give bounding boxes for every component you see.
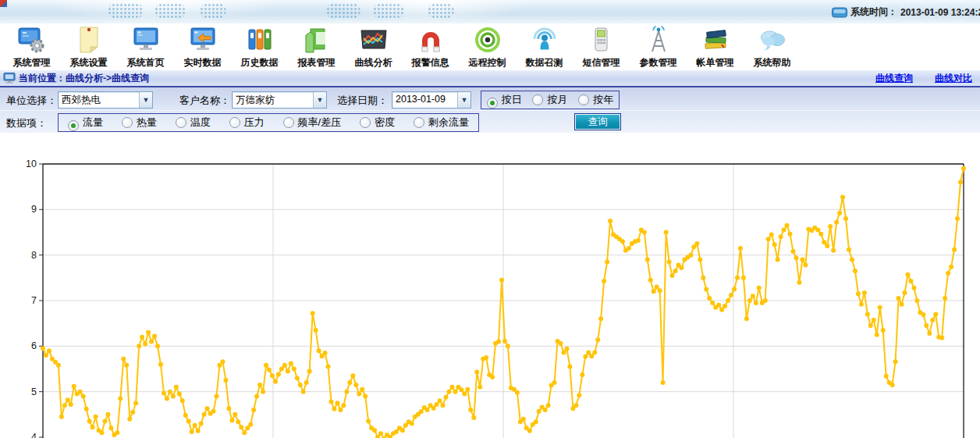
toolbar-item-3[interactable]: 实时数据 bbox=[174, 23, 231, 69]
customer-select-label: 客户名称： bbox=[179, 94, 230, 108]
toolbar-item-9[interactable]: 数据召测 bbox=[516, 23, 573, 69]
data-option-5[interactable]: 密度 bbox=[360, 116, 395, 130]
data-radio-icon-0[interactable] bbox=[68, 120, 79, 131]
realtime-data-icon bbox=[187, 24, 218, 55]
unit-select[interactable]: 西郊热电 ▼ bbox=[58, 91, 153, 109]
data-radio-icon-3[interactable] bbox=[229, 117, 240, 128]
system-time: 系统时间：2013-01-09 13:24:2 bbox=[832, 5, 980, 19]
breadcrumb-path: 曲线分析->曲线查询 bbox=[66, 73, 149, 84]
breadcrumb-link-0[interactable]: 曲线查询 bbox=[875, 72, 913, 85]
decor-speckle bbox=[326, 3, 360, 19]
system-manage-icon bbox=[16, 24, 48, 55]
period-option-1[interactable]: 按月 bbox=[532, 93, 567, 107]
clock-icon bbox=[832, 7, 847, 18]
toolbar-item-label: 实时数据 bbox=[184, 56, 222, 69]
toolbar-item-label: 参数管理 bbox=[640, 56, 677, 69]
decor-speckle bbox=[428, 3, 454, 19]
toolbar-item-5[interactable]: 报表管理 bbox=[288, 23, 345, 69]
data-option-3[interactable]: 压力 bbox=[229, 116, 265, 130]
history-data-icon bbox=[244, 24, 275, 55]
dropdown-arrow-icon[interactable]: ▼ bbox=[139, 92, 152, 108]
filter-row-2: 数据项： 流量热量温度压力频率/差压密度剩余流量 查询 bbox=[0, 110, 980, 133]
toolbar-item-label: 帐单管理 bbox=[697, 56, 734, 69]
date-select[interactable]: 2013-01-09 ▼ bbox=[392, 91, 471, 109]
data-option-label: 压力 bbox=[244, 116, 265, 130]
date-select-label: 选择日期： bbox=[337, 94, 388, 108]
period-radio-icon-1[interactable] bbox=[532, 94, 543, 105]
toolbar-item-13[interactable]: 系统帮助 bbox=[744, 23, 801, 69]
period-radio-icon-0[interactable] bbox=[487, 98, 498, 109]
data-item-label: 数据项： bbox=[6, 116, 47, 130]
toolbar-item-11[interactable]: 参数管理 bbox=[630, 23, 687, 69]
filter-panel: 单位选择： 西郊热电 ▼ 客户名称： 万德家纺 ▼ 选择日期： 2013-01-… bbox=[0, 87, 980, 133]
decor-speckle bbox=[154, 3, 186, 19]
decorative-top-banner: 系统时间：2013-01-09 13:24:2 bbox=[0, 0, 980, 23]
data-option-0[interactable]: 流量 bbox=[68, 116, 103, 130]
period-option-0[interactable]: 按日 bbox=[487, 93, 522, 107]
toolbar-item-1[interactable]: 系统设置 bbox=[60, 23, 117, 69]
query-button[interactable]: 查询 bbox=[574, 113, 621, 130]
customer-select-value: 万德家纺 bbox=[233, 92, 313, 108]
data-option-2[interactable]: 温度 bbox=[176, 116, 211, 130]
unit-select-value: 西郊热电 bbox=[59, 92, 139, 108]
curve-analysis-icon bbox=[358, 24, 389, 55]
toolbar-item-label: 数据召测 bbox=[526, 56, 563, 69]
toolbar-item-0[interactable]: 系统管理 bbox=[3, 23, 60, 69]
toolbar-item-12[interactable]: 帐单管理 bbox=[687, 23, 744, 69]
main-toolbar: 系统管理系统设置系统首页实时数据历史数据报表管理曲线分析报警信息远程控制数据召测… bbox=[3, 23, 978, 70]
svg-text:8: 8 bbox=[31, 250, 37, 261]
toolbar-item-label: 系统设置 bbox=[70, 56, 108, 69]
decor-speckle bbox=[200, 3, 226, 19]
period-option-label: 按年 bbox=[593, 93, 613, 107]
toolbar-item-4[interactable]: 历史数据 bbox=[231, 23, 288, 69]
curve-chart: 45678910 bbox=[0, 144, 980, 438]
period-radio-group: 按日按月按年 bbox=[481, 91, 620, 109]
data-radio-icon-1[interactable] bbox=[122, 117, 133, 128]
system-time-label: 系统时间： bbox=[850, 5, 897, 19]
toolbar-item-label: 曲线分析 bbox=[355, 56, 392, 69]
svg-text:5: 5 bbox=[31, 386, 37, 397]
svg-text:10: 10 bbox=[26, 158, 37, 169]
remote-control-icon bbox=[472, 24, 503, 55]
toolbar-item-7[interactable]: 报警信息 bbox=[402, 23, 459, 69]
data-option-label: 流量 bbox=[83, 116, 103, 130]
breadcrumb-bar: 当前位置：曲线分析->曲线查询 曲线查询曲线对比 bbox=[0, 70, 980, 87]
billing-manage-icon bbox=[700, 24, 731, 55]
data-option-label: 热量 bbox=[137, 116, 157, 130]
svg-text:6: 6 bbox=[31, 340, 37, 351]
data-radio-icon-4[interactable] bbox=[283, 117, 294, 128]
toolbar-item-label: 短信管理 bbox=[583, 56, 620, 69]
dropdown-arrow-icon[interactable]: ▼ bbox=[313, 92, 326, 108]
system-time-value: 2013-01-09 13:24:2 bbox=[900, 7, 980, 18]
data-option-6[interactable]: 剩余流量 bbox=[414, 116, 469, 130]
dropdown-arrow-icon[interactable]: ▼ bbox=[457, 92, 470, 108]
param-manage-icon bbox=[643, 24, 674, 55]
sms-manage-icon bbox=[586, 24, 617, 55]
toolbar-item-6[interactable]: 曲线分析 bbox=[345, 23, 402, 69]
toolbar-item-10[interactable]: 短信管理 bbox=[573, 23, 630, 69]
svg-text:7: 7 bbox=[31, 295, 37, 306]
breadcrumb-links: 曲线查询曲线对比 bbox=[875, 72, 972, 85]
unit-select-label: 单位选择： bbox=[6, 94, 57, 108]
customer-select[interactable]: 万德家纺 ▼ bbox=[232, 91, 327, 109]
data-option-4[interactable]: 频率/差压 bbox=[283, 116, 342, 130]
period-radio-icon-2[interactable] bbox=[578, 94, 589, 105]
chart-area: 45678910 bbox=[0, 144, 980, 438]
toolbar-item-8[interactable]: 远程控制 bbox=[459, 23, 516, 69]
period-option-2[interactable]: 按年 bbox=[578, 93, 613, 107]
data-radio-icon-2[interactable] bbox=[176, 117, 186, 128]
toolbar-item-label: 报表管理 bbox=[298, 56, 336, 69]
toolbar-item-2[interactable]: 系统首页 bbox=[117, 23, 174, 69]
data-radio-icon-5[interactable] bbox=[360, 117, 371, 128]
data-option-label: 温度 bbox=[190, 116, 211, 130]
data-option-1[interactable]: 热量 bbox=[122, 116, 157, 130]
breadcrumb-link-1[interactable]: 曲线对比 bbox=[935, 72, 972, 85]
period-option-label: 按月 bbox=[547, 93, 567, 107]
corner-logo-icon bbox=[0, 0, 7, 7]
data-radio-icon-6[interactable] bbox=[414, 117, 424, 128]
decor-speckle bbox=[373, 3, 404, 19]
toolbar-item-label: 报警信息 bbox=[412, 56, 449, 69]
filter-row-1: 单位选择： 西郊热电 ▼ 客户名称： 万德家纺 ▼ 选择日期： 2013-01-… bbox=[0, 88, 980, 110]
data-option-label: 密度 bbox=[375, 116, 395, 130]
period-option-label: 按日 bbox=[502, 93, 522, 107]
